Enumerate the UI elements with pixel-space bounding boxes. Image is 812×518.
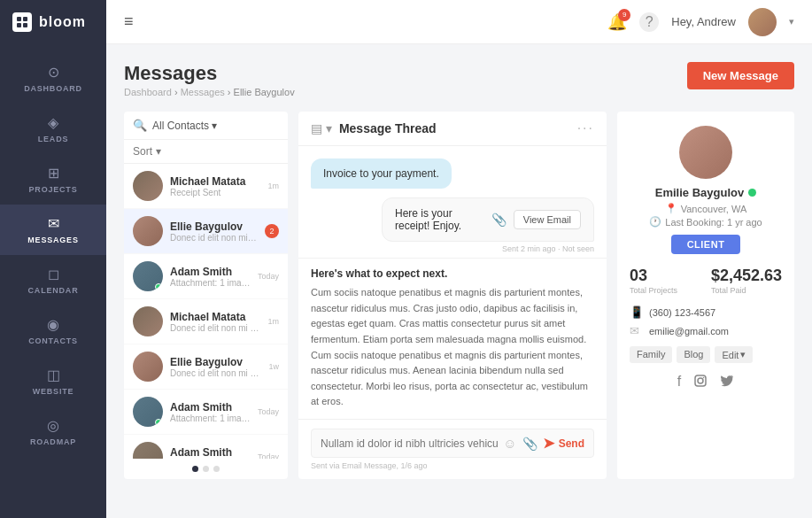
contact-item[interactable]: Michael Matata Receipt Sent 1m xyxy=(124,164,288,209)
instagram-icon[interactable] xyxy=(693,374,708,391)
help-button[interactable]: ? xyxy=(639,12,659,32)
send-button[interactable]: ➤ Send xyxy=(543,435,584,452)
contact-name: Ellie Baygulov xyxy=(170,220,258,233)
sidebar-item-contacts[interactable]: ◉ CONTacts xyxy=(0,305,106,356)
logo-icon xyxy=(12,12,32,32)
sidebar-item-messages[interactable]: ✉ MESSAGES xyxy=(0,205,106,255)
contact-name: Adam Smith xyxy=(170,446,251,459)
svg-rect-1 xyxy=(23,17,27,21)
contact-name: Michael Matata xyxy=(170,175,260,188)
avatar-image xyxy=(748,8,777,36)
contacts-filter-dropdown[interactable]: All Contacts ▾ xyxy=(152,120,217,132)
calendar-icon: ◻ xyxy=(48,266,59,282)
contact-time: 1m xyxy=(267,317,279,326)
sidebar-item-label: MESSAGES xyxy=(27,236,78,244)
profile-phone-row: 📱 (360) 123-4567 xyxy=(630,305,782,319)
contact-meta: Today xyxy=(258,452,279,459)
profile-tags: Family Blog Edit ▾ xyxy=(630,346,782,363)
svg-point-5 xyxy=(698,378,703,383)
contact-time: 1w xyxy=(268,362,279,371)
menu-toggle-button[interactable]: ≡ xyxy=(124,12,134,31)
user-menu-chevron[interactable]: ▾ xyxy=(789,16,794,27)
thread-next-label: Here's what to expect next. xyxy=(311,267,594,280)
sidebar-item-calendar[interactable]: ◻ CALENDAR xyxy=(0,255,106,305)
emoji-button[interactable]: ☺ xyxy=(503,436,516,451)
user-avatar[interactable] xyxy=(748,8,777,36)
reply-meta: Sent via Email Message, 1/6 ago xyxy=(311,461,594,470)
email-value: emilie@gmail.com xyxy=(649,326,729,336)
contact-info: Adam Smith Attachment: 1 image xyxy=(170,266,251,288)
attach-button[interactable]: 📎 xyxy=(522,437,537,451)
contact-time: Today xyxy=(258,407,279,416)
contacts-icon: ◉ xyxy=(47,316,59,333)
avatar xyxy=(133,306,163,336)
topbar-left: ≡ xyxy=(124,12,134,31)
contact-name: Ellie Baygulov xyxy=(170,356,261,368)
client-button[interactable]: CLIENT xyxy=(671,235,741,254)
new-message-button[interactable]: New Message xyxy=(687,62,794,89)
contact-info: Ellie Baygulov Donec id elit non mi port… xyxy=(170,356,261,378)
contact-item[interactable]: Ellie Baygulov Donec id elit non mi port… xyxy=(124,344,288,390)
topbar: ≡ 🔔 9 ? Hey, Andrew ▾ xyxy=(106,0,812,44)
send-label: Send xyxy=(559,437,584,450)
facebook-icon[interactable]: f xyxy=(677,374,681,391)
sidebar-item-roadmap[interactable]: ◎ ROADMAP xyxy=(0,406,106,457)
pagination-dot[interactable] xyxy=(203,466,209,472)
contact-item[interactable]: Michael Matata Donec id elit non mi port… xyxy=(124,299,288,344)
avatar xyxy=(133,352,163,382)
contact-item[interactable]: Adam Smith Attachment: 1 image Today xyxy=(124,254,288,299)
attachment-icon: 📎 xyxy=(491,213,507,227)
sidebar-item-website[interactable]: ◫ WEBSITE xyxy=(0,356,106,406)
contact-time: 1m xyxy=(267,182,279,190)
stat-projects: 03 Total Projects xyxy=(630,267,677,295)
filter-label: All Contacts xyxy=(152,120,209,132)
svg-rect-4 xyxy=(695,375,706,386)
thread-next-section: Here's what to expect next. Cum sociis n… xyxy=(298,258,607,419)
topbar-right: 🔔 9 ? Hey, Andrew ▾ xyxy=(607,8,794,36)
booking-text: Last Booking: 1 yr ago xyxy=(665,217,762,228)
stat-label: Total Paid xyxy=(711,286,782,295)
thread-more-button[interactable]: ··· xyxy=(577,120,594,136)
twitter-icon[interactable] xyxy=(720,374,734,391)
page-title-block: Messages Dashboard › Messages › Ellie Ba… xyxy=(124,62,295,97)
sidebar-item-label: LEADS xyxy=(38,135,69,143)
pagination-dot[interactable] xyxy=(213,466,220,472)
contact-meta: 2 xyxy=(265,224,279,238)
breadcrumb-sep2: › xyxy=(228,87,234,97)
contacts-pagination xyxy=(124,459,288,479)
pagination-dot[interactable] xyxy=(192,466,198,472)
tag-family[interactable]: Family xyxy=(630,346,672,363)
notifications-button[interactable]: 🔔 9 xyxy=(607,12,627,32)
contact-item[interactable]: Adam Smith Attachment: 1 image Today xyxy=(124,435,288,459)
contact-item[interactable]: Adam Smith Attachment: 1 image Today xyxy=(124,390,288,435)
edit-chevron-icon: ▾ xyxy=(740,349,746,360)
sidebar-item-label: PROJECTS xyxy=(29,185,78,194)
sort-bar[interactable]: Sort ▾ xyxy=(124,140,288,164)
tag-blog[interactable]: Blog xyxy=(677,346,710,363)
topbar-greeting: Hey, Andrew xyxy=(671,15,736,28)
message-bubble-sent-wrapper: Here is your receipt! Enjoy. 📎 View Emai… xyxy=(311,197,594,253)
message-meta: Sent 2 min ago · Not seen xyxy=(502,244,594,253)
bell-badge: 9 xyxy=(618,9,630,21)
page-title: Messages xyxy=(124,62,295,85)
sort-chevron-icon: ▾ xyxy=(156,145,161,158)
sidebar-item-dashboard[interactable]: ⊙ DASHBOARD xyxy=(0,53,106,104)
sidebar-item-projects[interactable]: ⊞ PROJECTS xyxy=(0,154,106,205)
send-icon: ➤ xyxy=(543,435,554,452)
sidebar-item-label: WEBSITE xyxy=(33,387,74,396)
contact-profile: Emilie Baygulov 📍 Vancouver, WA 🕐 Last B… xyxy=(630,126,782,254)
contact-preview: Attachment: 1 image xyxy=(170,278,251,288)
thread-filter-icon[interactable]: ▤ ▾ xyxy=(311,121,332,135)
view-email-button[interactable]: View Email xyxy=(514,210,581,229)
contact-name: Michael Matata xyxy=(170,311,260,323)
contact-preview: Attachment: 1 image xyxy=(170,459,251,460)
profile-name: Emilie Baygulov xyxy=(655,186,744,199)
contact-item[interactable]: Ellie Baygulov Donec id elit non mi port… xyxy=(124,209,288,254)
edit-tags-button[interactable]: Edit ▾ xyxy=(715,346,753,363)
breadcrumb-messages[interactable]: Messages xyxy=(181,87,225,97)
breadcrumb-dashboard[interactable]: Dashboard xyxy=(124,87,172,97)
reply-input[interactable] xyxy=(321,437,498,450)
sidebar-item-leads[interactable]: ◈ LEADS xyxy=(0,104,106,154)
avatar xyxy=(133,397,163,427)
logo-text: bloom xyxy=(39,14,86,30)
